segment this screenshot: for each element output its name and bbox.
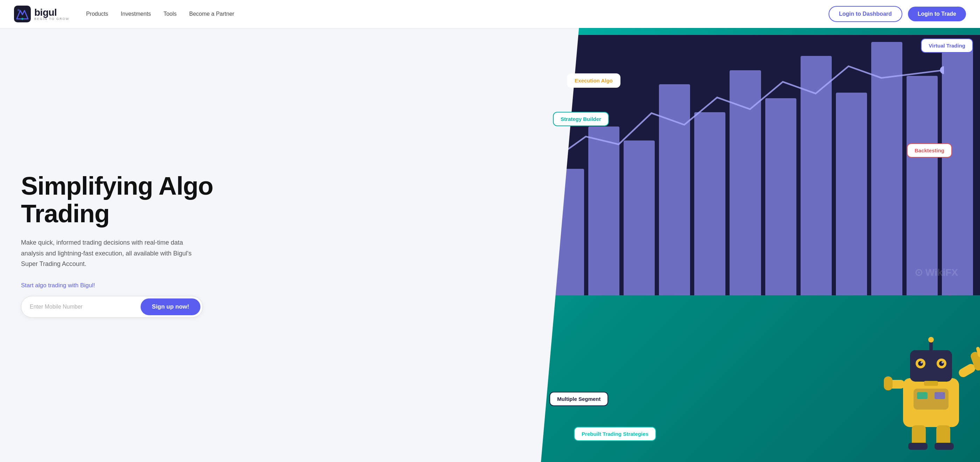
hero-cta-text: Start algo trading with Bigul! (21, 282, 518, 289)
chart-bar (553, 169, 584, 296)
badge-virtual-trading: Virtual Trading (921, 38, 973, 53)
logo-text-wrap: bigul BEGIN TO GROW (34, 8, 69, 21)
nav-item-tools[interactable]: Tools (164, 11, 177, 17)
navbar-left: bigul BEGIN TO GROW Products Investments… (14, 6, 234, 22)
svg-rect-26 (908, 443, 928, 450)
nav-link-products[interactable]: Products (86, 11, 108, 17)
svg-rect-15 (924, 381, 938, 386)
chart-bar (942, 48, 973, 295)
svg-rect-13 (929, 341, 933, 351)
badge-multiple-segment: Multiple Segment (549, 392, 608, 406)
svg-point-14 (928, 337, 934, 343)
svg-rect-18 (934, 392, 945, 399)
chart-bar (694, 112, 725, 295)
badge-prebuilt-strategies: Prebuilt Trading Strategies (574, 427, 656, 441)
chart-bar (871, 42, 902, 295)
svg-point-11 (921, 361, 923, 364)
hero-title-line2: Trading (21, 200, 110, 227)
svg-rect-3 (18, 9, 19, 11)
svg-rect-17 (917, 392, 928, 399)
badge-execution-algo: Execution Algo (567, 73, 620, 88)
logo-text: bigul (34, 8, 69, 17)
badge-strategy-builder: Strategy Builder (553, 112, 609, 126)
chart-bar (836, 93, 867, 295)
hero-title-line1: Simplifying Algo (21, 172, 213, 200)
chart-bar (800, 56, 832, 295)
nav-item-investments[interactable]: Investments (121, 11, 151, 17)
chart-bar (765, 98, 796, 295)
chart-bar (730, 70, 761, 296)
svg-point-12 (942, 361, 943, 364)
badge-backtesting: Backtesting (907, 143, 952, 157)
svg-rect-27 (934, 443, 954, 450)
chart-bar (907, 76, 938, 295)
nav-item-products[interactable]: Products (86, 11, 108, 17)
nav-link-investments[interactable]: Investments (121, 11, 151, 17)
logo-subtext: BEGIN TO GROW (34, 17, 69, 21)
hero-description: Make quick, informed trading decisions w… (21, 237, 203, 270)
nav-links: Products Investments Tools Become a Part… (86, 11, 234, 17)
nav-item-partner[interactable]: Become a Partner (189, 11, 234, 17)
hero-right: Virtual Trading Execution Algo Strategy … (539, 28, 980, 462)
signup-form: Sign up now! (21, 296, 203, 318)
nav-link-partner[interactable]: Become a Partner (189, 11, 234, 17)
navbar: bigul BEGIN TO GROW Products Investments… (0, 0, 980, 28)
chart-bar (659, 84, 690, 295)
chart-bar (624, 140, 655, 295)
navbar-right: Login to Dashboard Login to Trade (829, 6, 966, 22)
logo[interactable]: bigul BEGIN TO GROW (14, 6, 69, 22)
nav-link-tools[interactable]: Tools (164, 11, 177, 17)
hero-left: Simplifying Algo Trading Make quick, inf… (0, 28, 539, 462)
hero-title: Simplifying Algo Trading (21, 172, 518, 227)
svg-point-2 (21, 18, 24, 20)
bigul-logo-icon (14, 6, 31, 22)
mobile-number-input[interactable] (30, 304, 141, 310)
login-trade-button[interactable]: Login to Trade (908, 6, 966, 21)
robot-illustration (882, 322, 980, 462)
chart-bar (588, 127, 619, 295)
login-dashboard-button[interactable]: Login to Dashboard (829, 6, 902, 22)
svg-rect-20 (884, 376, 892, 391)
signup-button[interactable]: Sign up now! (141, 298, 200, 315)
hero-section: ⊙ WikiFX ⊙ WikiFX ⊙ WikiFX ⊙ WikiFX Simp… (0, 28, 980, 462)
